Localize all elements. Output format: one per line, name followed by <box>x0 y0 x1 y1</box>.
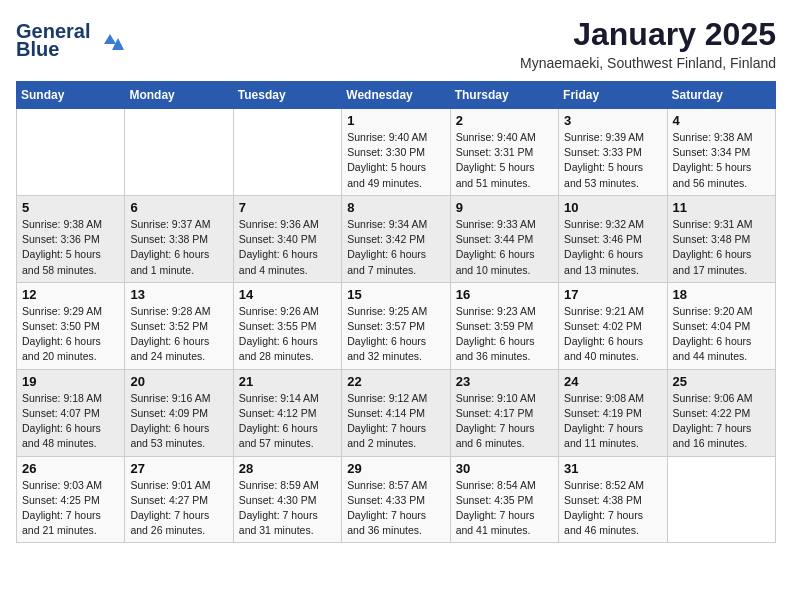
day-number: 16 <box>456 287 553 302</box>
calendar-cell: 29Sunrise: 8:57 AMSunset: 4:33 PMDayligh… <box>342 456 450 543</box>
day-detail: Sunrise: 8:59 AMSunset: 4:30 PMDaylight:… <box>239 478 336 539</box>
day-number: 12 <box>22 287 119 302</box>
day-detail: Sunrise: 9:32 AMSunset: 3:46 PMDaylight:… <box>564 217 661 278</box>
day-number: 30 <box>456 461 553 476</box>
day-number: 9 <box>456 200 553 215</box>
calendar-cell: 17Sunrise: 9:21 AMSunset: 4:02 PMDayligh… <box>559 282 667 369</box>
calendar-cell: 12Sunrise: 9:29 AMSunset: 3:50 PMDayligh… <box>17 282 125 369</box>
day-detail: Sunrise: 9:25 AMSunset: 3:57 PMDaylight:… <box>347 304 444 365</box>
weekday-header-wednesday: Wednesday <box>342 82 450 109</box>
day-detail: Sunrise: 9:40 AMSunset: 3:30 PMDaylight:… <box>347 130 444 191</box>
calendar-cell: 15Sunrise: 9:25 AMSunset: 3:57 PMDayligh… <box>342 282 450 369</box>
day-detail: Sunrise: 9:28 AMSunset: 3:52 PMDaylight:… <box>130 304 227 365</box>
day-detail: Sunrise: 8:57 AMSunset: 4:33 PMDaylight:… <box>347 478 444 539</box>
day-detail: Sunrise: 9:18 AMSunset: 4:07 PMDaylight:… <box>22 391 119 452</box>
calendar-week-5: 26Sunrise: 9:03 AMSunset: 4:25 PMDayligh… <box>17 456 776 543</box>
day-number: 14 <box>239 287 336 302</box>
calendar-cell: 18Sunrise: 9:20 AMSunset: 4:04 PMDayligh… <box>667 282 775 369</box>
day-number: 26 <box>22 461 119 476</box>
day-detail: Sunrise: 9:33 AMSunset: 3:44 PMDaylight:… <box>456 217 553 278</box>
svg-marker-2 <box>104 34 116 44</box>
calendar-cell <box>125 109 233 196</box>
calendar-cell: 3Sunrise: 9:39 AMSunset: 3:33 PMDaylight… <box>559 109 667 196</box>
calendar-week-4: 19Sunrise: 9:18 AMSunset: 4:07 PMDayligh… <box>17 369 776 456</box>
logo-text: General Blue <box>16 16 136 64</box>
calendar-cell: 9Sunrise: 9:33 AMSunset: 3:44 PMDaylight… <box>450 195 558 282</box>
day-number: 22 <box>347 374 444 389</box>
day-detail: Sunrise: 9:12 AMSunset: 4:14 PMDaylight:… <box>347 391 444 452</box>
calendar-cell: 24Sunrise: 9:08 AMSunset: 4:19 PMDayligh… <box>559 369 667 456</box>
calendar-subtitle: Mynaemaeki, Southwest Finland, Finland <box>520 55 776 71</box>
day-number: 28 <box>239 461 336 476</box>
day-detail: Sunrise: 9:39 AMSunset: 3:33 PMDaylight:… <box>564 130 661 191</box>
day-detail: Sunrise: 9:29 AMSunset: 3:50 PMDaylight:… <box>22 304 119 365</box>
day-number: 10 <box>564 200 661 215</box>
weekday-header-monday: Monday <box>125 82 233 109</box>
calendar-cell: 13Sunrise: 9:28 AMSunset: 3:52 PMDayligh… <box>125 282 233 369</box>
page-header: General Blue January 2025 Mynaemaeki, So… <box>16 16 776 71</box>
day-detail: Sunrise: 9:16 AMSunset: 4:09 PMDaylight:… <box>130 391 227 452</box>
day-detail: Sunrise: 9:36 AMSunset: 3:40 PMDaylight:… <box>239 217 336 278</box>
day-number: 3 <box>564 113 661 128</box>
day-detail: Sunrise: 9:14 AMSunset: 4:12 PMDaylight:… <box>239 391 336 452</box>
day-detail: Sunrise: 9:23 AMSunset: 3:59 PMDaylight:… <box>456 304 553 365</box>
calendar-cell <box>667 456 775 543</box>
calendar-cell: 8Sunrise: 9:34 AMSunset: 3:42 PMDaylight… <box>342 195 450 282</box>
calendar-cell: 23Sunrise: 9:10 AMSunset: 4:17 PMDayligh… <box>450 369 558 456</box>
day-number: 11 <box>673 200 770 215</box>
day-detail: Sunrise: 9:03 AMSunset: 4:25 PMDaylight:… <box>22 478 119 539</box>
day-number: 31 <box>564 461 661 476</box>
calendar-title: January 2025 <box>520 16 776 53</box>
day-detail: Sunrise: 9:06 AMSunset: 4:22 PMDaylight:… <box>673 391 770 452</box>
calendar-title-area: January 2025 Mynaemaeki, Southwest Finla… <box>520 16 776 71</box>
day-detail: Sunrise: 9:38 AMSunset: 3:36 PMDaylight:… <box>22 217 119 278</box>
logo: General Blue <box>16 16 136 64</box>
day-detail: Sunrise: 9:21 AMSunset: 4:02 PMDaylight:… <box>564 304 661 365</box>
calendar-cell <box>17 109 125 196</box>
day-number: 23 <box>456 374 553 389</box>
calendar-cell: 11Sunrise: 9:31 AMSunset: 3:48 PMDayligh… <box>667 195 775 282</box>
calendar-cell: 20Sunrise: 9:16 AMSunset: 4:09 PMDayligh… <box>125 369 233 456</box>
day-number: 6 <box>130 200 227 215</box>
calendar-cell: 30Sunrise: 8:54 AMSunset: 4:35 PMDayligh… <box>450 456 558 543</box>
day-detail: Sunrise: 9:20 AMSunset: 4:04 PMDaylight:… <box>673 304 770 365</box>
calendar-cell: 31Sunrise: 8:52 AMSunset: 4:38 PMDayligh… <box>559 456 667 543</box>
day-number: 19 <box>22 374 119 389</box>
calendar-week-2: 5Sunrise: 9:38 AMSunset: 3:36 PMDaylight… <box>17 195 776 282</box>
calendar-cell <box>233 109 341 196</box>
calendar-cell: 22Sunrise: 9:12 AMSunset: 4:14 PMDayligh… <box>342 369 450 456</box>
calendar-cell: 19Sunrise: 9:18 AMSunset: 4:07 PMDayligh… <box>17 369 125 456</box>
day-detail: Sunrise: 9:31 AMSunset: 3:48 PMDaylight:… <box>673 217 770 278</box>
day-detail: Sunrise: 9:10 AMSunset: 4:17 PMDaylight:… <box>456 391 553 452</box>
calendar-cell: 16Sunrise: 9:23 AMSunset: 3:59 PMDayligh… <box>450 282 558 369</box>
day-number: 25 <box>673 374 770 389</box>
day-number: 18 <box>673 287 770 302</box>
day-number: 5 <box>22 200 119 215</box>
day-detail: Sunrise: 9:26 AMSunset: 3:55 PMDaylight:… <box>239 304 336 365</box>
calendar-cell: 5Sunrise: 9:38 AMSunset: 3:36 PMDaylight… <box>17 195 125 282</box>
day-detail: Sunrise: 9:01 AMSunset: 4:27 PMDaylight:… <box>130 478 227 539</box>
day-detail: Sunrise: 9:08 AMSunset: 4:19 PMDaylight:… <box>564 391 661 452</box>
weekday-header-row: SundayMondayTuesdayWednesdayThursdayFrid… <box>17 82 776 109</box>
day-number: 1 <box>347 113 444 128</box>
day-number: 29 <box>347 461 444 476</box>
weekday-header-tuesday: Tuesday <box>233 82 341 109</box>
weekday-header-saturday: Saturday <box>667 82 775 109</box>
day-number: 17 <box>564 287 661 302</box>
calendar-cell: 21Sunrise: 9:14 AMSunset: 4:12 PMDayligh… <box>233 369 341 456</box>
calendar-week-3: 12Sunrise: 9:29 AMSunset: 3:50 PMDayligh… <box>17 282 776 369</box>
weekday-header-sunday: Sunday <box>17 82 125 109</box>
calendar-cell: 26Sunrise: 9:03 AMSunset: 4:25 PMDayligh… <box>17 456 125 543</box>
calendar-week-1: 1Sunrise: 9:40 AMSunset: 3:30 PMDaylight… <box>17 109 776 196</box>
day-detail: Sunrise: 8:54 AMSunset: 4:35 PMDaylight:… <box>456 478 553 539</box>
day-number: 2 <box>456 113 553 128</box>
calendar-cell: 28Sunrise: 8:59 AMSunset: 4:30 PMDayligh… <box>233 456 341 543</box>
svg-text:Blue: Blue <box>16 38 59 60</box>
calendar-cell: 6Sunrise: 9:37 AMSunset: 3:38 PMDaylight… <box>125 195 233 282</box>
day-number: 4 <box>673 113 770 128</box>
calendar-cell: 4Sunrise: 9:38 AMSunset: 3:34 PMDaylight… <box>667 109 775 196</box>
calendar-cell: 1Sunrise: 9:40 AMSunset: 3:30 PMDaylight… <box>342 109 450 196</box>
day-detail: Sunrise: 9:38 AMSunset: 3:34 PMDaylight:… <box>673 130 770 191</box>
calendar-table: SundayMondayTuesdayWednesdayThursdayFrid… <box>16 81 776 543</box>
day-number: 20 <box>130 374 227 389</box>
